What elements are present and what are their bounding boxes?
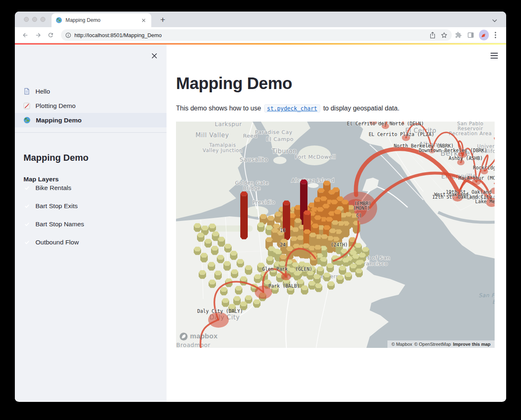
checkbox-checked-icon[interactable] — [23, 185, 31, 192]
svg-text:MacArthur (MCAR: MacArthur (MCAR — [458, 175, 495, 181]
url-bar[interactable]: http://localhost:8501/Mapping_Demo — [61, 29, 452, 41]
new-tab-button[interactable]: + — [157, 14, 169, 26]
streamlit-app: Hello Plotting Demo — [15, 43, 506, 401]
tab-strip: Mapping Demo + — [15, 12, 506, 27]
checkbox-checked-icon[interactable] — [23, 239, 31, 246]
zoom-window-button[interactable] — [40, 17, 45, 22]
svg-text:EL Cerrito Plaza (PLZA): EL Cerrito Plaza (PLZA) — [368, 131, 434, 137]
document-icon — [23, 88, 30, 95]
page-nav: Hello Plotting Demo — [15, 84, 167, 127]
svg-text:Bridge: Bridge — [243, 185, 261, 191]
svg-text:Glen Park: Glen Park — [262, 266, 288, 272]
tab-title: Mapping Demo — [66, 17, 140, 23]
map-layers-heading: Map Layers — [23, 176, 167, 183]
svg-text:El Cerrito del Norte (DELN): El Cerrito del Norte (DELN) — [347, 122, 424, 127]
mapbox-logo[interactable]: mapbox — [179, 332, 218, 341]
sidebar-item-label: Mapping Demo — [36, 117, 82, 124]
window-controls — [24, 17, 45, 22]
pydeck-map[interactable]: LarkspurMill ValleyReedParadise CayEl Ca… — [176, 122, 495, 348]
tab-favicon-globe-icon — [56, 17, 62, 23]
intro-text: to display geospatial data. — [322, 105, 399, 112]
back-button[interactable] — [20, 29, 31, 41]
globe-icon — [23, 117, 31, 124]
checkbox-label[interactable]: Bart Stop Names — [35, 221, 84, 228]
sidebar-title: Mapping Demo — [23, 153, 167, 163]
bookmark-star-icon[interactable] — [441, 32, 448, 39]
svg-text:24: 24 — [280, 242, 286, 248]
svg-text:Rockridge (R: Rockridge (R — [473, 165, 495, 171]
intro-text: This demo shows how to use — [176, 105, 263, 112]
svg-text:Tiburon: Tiburon — [272, 148, 297, 155]
sidebar-item-label: Plotting Demo — [35, 102, 75, 110]
svg-text:16: 16 — [280, 228, 286, 233]
side-panel-icon[interactable] — [465, 29, 476, 41]
checkbox-bart-stop-exits[interactable]: Bart Stop Exits — [23, 201, 167, 211]
browser-menu-dots-icon[interactable] — [490, 29, 501, 41]
svg-text:San Fr: San Fr — [479, 292, 495, 298]
map-canvas: LarkspurMill ValleyReedParadise CayEl Ca… — [176, 122, 495, 348]
svg-text:El Campo: El Campo — [266, 136, 294, 142]
svg-text:B: B — [492, 299, 495, 305]
sidebar-item-hello[interactable]: Hello — [15, 84, 167, 99]
url-text[interactable]: http://localhost:8501/Mapping_Demo — [75, 32, 425, 38]
svg-text:Golden Gate: Golden Gate — [235, 180, 269, 186]
page-title: Mapping Demo — [176, 73, 506, 93]
bird-avatar-icon — [481, 32, 487, 38]
checkbox-bart-stop-names[interactable]: Bart Stop Names — [23, 219, 167, 229]
desktop-background: Mapping Demo + http://localhost:8501/Map… — [0, 0, 521, 420]
mapbox-attribution-link[interactable]: © Mapbox — [392, 342, 412, 347]
checkbox-label[interactable]: Bike Rentals — [35, 184, 71, 192]
checkbox-checked-icon[interactable] — [23, 203, 31, 210]
sidebar-item-label: Hello — [35, 88, 50, 95]
checkbox-outbound-flow[interactable]: Outbound Flow — [23, 237, 167, 247]
svg-text:Fort McDowell: Fort McDowell — [295, 154, 336, 160]
svg-text:(GLEN): (GLEN) — [295, 266, 312, 272]
streamlit-menu-button[interactable] — [489, 50, 500, 61]
close-window-button[interactable] — [24, 17, 29, 22]
map-attribution: © Mapbox © OpenStreetMap Improve this ma… — [387, 340, 495, 348]
reload-button[interactable] — [45, 29, 56, 41]
checkbox-label[interactable]: Bart Stop Exits — [35, 202, 78, 210]
svg-text:Valley Junction: Valley Junction — [203, 148, 243, 153]
svg-text:Sausalito: Sausalito — [239, 156, 268, 163]
close-tab-icon[interactable] — [140, 16, 147, 24]
svg-text:(MONT): (MONT) — [353, 205, 370, 211]
share-icon[interactable] — [429, 32, 436, 39]
extensions-puzzle-icon[interactable] — [453, 29, 464, 41]
tab-list-chevron-icon[interactable] — [492, 16, 497, 24]
osm-attribution-link[interactable]: © OpenStreetMap — [414, 342, 451, 347]
browser-tab[interactable]: Mapping Demo — [52, 13, 151, 27]
checkbox-checked-icon[interactable] — [23, 221, 31, 228]
sidebar-divider — [15, 132, 167, 133]
sidebar-item-mapping-demo[interactable]: Mapping Demo — [15, 113, 167, 127]
checkbox-label[interactable]: Outbound Flow — [35, 239, 79, 246]
checkbox-bike-rentals[interactable]: Bike Rentals — [23, 183, 167, 193]
svg-text:Paradise Cay: Paradise Cay — [255, 129, 292, 135]
profile-avatar[interactable] — [479, 30, 489, 40]
sidebar-item-plotting-demo[interactable]: Plotting Demo — [15, 99, 167, 113]
sidebar-close-button[interactable] — [149, 50, 160, 61]
improve-map-link[interactable]: Improve this map — [453, 342, 490, 347]
svg-text:(24TH): (24TH) — [331, 242, 348, 248]
pydeck-chart-doc-link[interactable]: st.pydeck_chart — [264, 104, 320, 113]
page-info-icon[interactable] — [65, 32, 71, 38]
main-content: Mapping Demo This demo shows how to use … — [167, 45, 506, 401]
browser-toolbar: http://localhost:8501/Mapping_Demo — [15, 27, 506, 43]
intro-paragraph: This demo shows how to use st.pydeck_cha… — [176, 103, 506, 114]
chart-icon — [23, 103, 30, 109]
svg-text:Broadmoor: Broadmoor — [176, 342, 210, 348]
svg-text:Lake Merr: Lake Merr — [475, 199, 495, 204]
mapbox-wordmark: mapbox — [190, 332, 218, 340]
minimize-window-button[interactable] — [32, 17, 37, 22]
forward-button[interactable] — [33, 29, 43, 41]
svg-text:Mill Valley: Mill Valley — [195, 131, 229, 139]
svg-text:Recreation Area: Recreation Area — [449, 131, 492, 136]
sidebar: Hello Plotting Demo — [15, 45, 167, 401]
svg-text:Daly City (DALY): Daly City (DALY) — [197, 308, 243, 314]
svg-text:Larkspur: Larkspur — [215, 122, 242, 127]
svg-text:Presidio: Presidio — [252, 199, 275, 205]
svg-text:Tamalpais: Tamalpais — [209, 142, 236, 148]
svg-text:Ashby (ASHB): Ashby (ASHB) — [448, 155, 483, 161]
browser-window: Mapping Demo + http://localhost:8501/Map… — [15, 12, 506, 402]
svg-text:C): C) — [356, 213, 362, 218]
